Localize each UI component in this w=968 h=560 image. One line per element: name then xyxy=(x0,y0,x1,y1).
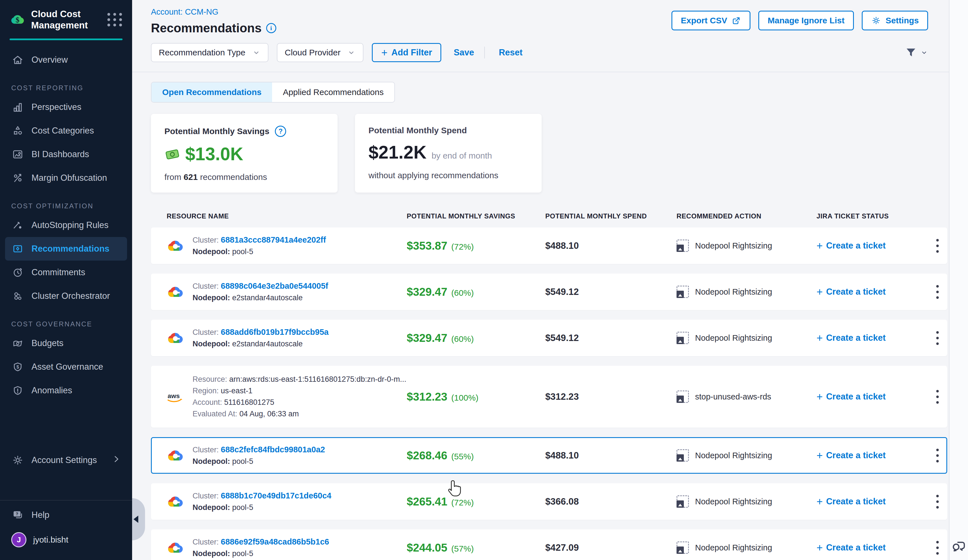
savings-amount: $13.0K xyxy=(185,144,243,164)
external-link-icon xyxy=(732,16,741,25)
sidebar-collapse-handle[interactable] xyxy=(132,498,145,540)
sidebar-item-budgets[interactable]: Budgets xyxy=(5,331,127,355)
savings-percent: (60%) xyxy=(451,288,474,298)
savings-percent: (60%) xyxy=(451,334,474,344)
create-ticket-link[interactable]: +Create a ticket xyxy=(817,333,928,343)
settings-button[interactable]: Settings xyxy=(862,11,928,30)
gcp-logo-icon xyxy=(167,283,184,300)
sidebar-item-recommendations[interactable]: Recommendations xyxy=(5,237,127,260)
funnel-icon xyxy=(905,46,917,59)
row-menu-kebab-icon[interactable] xyxy=(928,331,947,345)
table-row-selected[interactable]: Cluster: 688c2fefc84fbdc99801a0a2 Nodepo… xyxy=(151,437,947,474)
sidebar-item-account-settings[interactable]: Account Settings xyxy=(5,448,127,472)
recommended-action: Nodepool Rightsizing xyxy=(695,333,772,343)
export-csv-button[interactable]: Export CSV xyxy=(671,11,751,30)
sidebar-item-anomalies[interactable]: Anomalies xyxy=(5,379,127,402)
money-note-icon xyxy=(164,146,180,162)
table-row[interactable]: Cluster: 688add6fb019b17f9bccb95a Nodepo… xyxy=(151,320,947,356)
sidebar-header: Cloud Cost Management xyxy=(0,0,132,38)
autostopping-icon xyxy=(11,219,24,232)
recommendations-tabs: Open Recommendations Applied Recommendat… xyxy=(151,82,395,103)
sidebar-item-cluster-orchestrator[interactable]: Cluster Orchestrator xyxy=(5,284,127,308)
gcp-logo-icon xyxy=(167,237,184,254)
app-switcher-grid-icon[interactable] xyxy=(108,13,123,27)
create-ticket-link[interactable]: +Create a ticket xyxy=(817,451,928,461)
create-ticket-link[interactable]: +Create a ticket xyxy=(817,287,928,297)
nodepool-icon xyxy=(676,495,689,508)
add-filter-button[interactable]: + Add Filter xyxy=(372,43,441,62)
savings-value: $312.23 xyxy=(407,391,448,403)
cluster-link[interactable]: 68898c064e3e2ba0e544005f xyxy=(221,282,328,290)
sidebar-item-asset-governance[interactable]: Asset Governance xyxy=(5,355,127,379)
tab-open-recommendations[interactable]: Open Recommendations xyxy=(151,82,272,102)
savings-value: $244.05 xyxy=(407,542,448,554)
savings-value: $353.87 xyxy=(407,240,448,252)
cluster-link[interactable]: 688c2fefc84fbdc99801a0a2 xyxy=(221,445,325,454)
col-recommended-action: RECOMMENDED ACTION xyxy=(676,212,817,220)
table-row[interactable]: Cluster: 6888b1c70e49db17c1de60c4 Nodepo… xyxy=(151,483,947,520)
create-ticket-link[interactable]: +Create a ticket xyxy=(817,241,928,251)
username: jyoti.bisht xyxy=(33,535,68,545)
user-menu[interactable]: J jyoti.bisht xyxy=(5,527,127,553)
gcp-logo-icon xyxy=(167,493,184,510)
row-menu-kebab-icon[interactable] xyxy=(928,495,947,509)
table-row[interactable]: Cluster: 6886e92f59a48cad86b5b1c6 Nodepo… xyxy=(151,529,947,560)
collapse-arrow-icon xyxy=(134,515,138,523)
chevron-down-icon xyxy=(347,48,356,57)
resource-center-chat-icon[interactable] xyxy=(951,538,966,554)
savings-percent: (72%) xyxy=(451,242,474,252)
spend-card-title: Potential Monthly Spend xyxy=(368,126,467,135)
filter-bar: Recommendation Type Cloud Provider + Add… xyxy=(132,43,949,72)
cluster-link[interactable]: 6888b1c70e49db17c1de60c4 xyxy=(221,491,332,500)
cloud-provider-dropdown[interactable]: Cloud Provider xyxy=(277,43,363,62)
tab-applied-recommendations[interactable]: Applied Recommendations xyxy=(272,82,394,102)
shapes-icon xyxy=(11,124,24,137)
sidebar-item-perspectives[interactable]: Perspectives xyxy=(5,95,127,119)
sidebar-item-autostopping-rules[interactable]: AutoStopping Rules xyxy=(5,214,127,237)
page-header: Account: CCM-NG Recommendations i Export… xyxy=(132,0,949,35)
savings-percent: (55%) xyxy=(451,452,474,461)
row-menu-kebab-icon[interactable] xyxy=(928,285,947,299)
aws-logo-icon xyxy=(167,390,184,403)
table-row[interactable]: Cluster: 68898c064e3e2ba0e544005f Nodepo… xyxy=(151,273,947,310)
save-filter-link[interactable]: Save xyxy=(454,48,474,58)
potential-monthly-savings-card: Potential Monthly Savings ? $13.0K from … xyxy=(151,114,338,192)
spend-note: without applying recommendations xyxy=(368,171,528,180)
question-icon[interactable]: ? xyxy=(275,126,286,137)
clock-refresh-icon xyxy=(11,266,24,279)
filter-drawer-toggle[interactable] xyxy=(905,46,928,59)
row-menu-kebab-icon[interactable] xyxy=(928,541,947,555)
gear-icon xyxy=(11,454,24,467)
reset-filter-link[interactable]: Reset xyxy=(499,48,522,58)
info-icon[interactable]: i xyxy=(266,23,276,33)
cluster-link[interactable]: 688add6fb019b17f9bccb95a xyxy=(221,328,329,336)
create-ticket-link[interactable]: +Create a ticket xyxy=(817,497,928,507)
sidebar-item-commitments[interactable]: Commitments xyxy=(5,260,127,284)
col-potential-monthly-spend: POTENTIAL MONTHLY SPEND xyxy=(545,212,676,220)
content-area: Open Recommendations Applied Recommendat… xyxy=(132,72,949,560)
recommendation-type-dropdown[interactable]: Recommendation Type xyxy=(151,43,269,62)
create-ticket-link[interactable]: +Create a ticket xyxy=(817,543,928,553)
sidebar-item-overview[interactable]: Overview xyxy=(5,48,127,72)
spend-value: $488.10 xyxy=(545,450,676,461)
row-menu-kebab-icon[interactable] xyxy=(928,449,947,462)
money-icon xyxy=(11,337,24,350)
sidebar-item-cost-categories[interactable]: Cost Categories xyxy=(5,119,127,142)
right-gutter xyxy=(949,0,968,560)
sidebar-item-bi-dashboards[interactable]: BI Dashboards xyxy=(5,142,127,166)
table-row[interactable]: Resource: arn:aws:rds:us-east-1:51161680… xyxy=(151,366,947,427)
sidebar-item-margin-obfuscation[interactable]: Margin Obfuscation xyxy=(5,166,127,190)
breadcrumb-account[interactable]: Account: CCM-NG xyxy=(151,7,276,17)
cluster-link[interactable]: 6881a3ccc887941a4ee202ff xyxy=(221,235,326,244)
create-ticket-link[interactable]: +Create a ticket xyxy=(817,392,928,402)
table-row[interactable]: Cluster: 6881a3ccc887941a4ee202ff Nodepo… xyxy=(151,227,947,264)
sidebar-item-help[interactable]: Help xyxy=(5,503,127,527)
page-title: Recommendations xyxy=(151,21,262,35)
manage-ignore-list-button[interactable]: Manage Ignore List xyxy=(758,11,854,30)
avatar: J xyxy=(11,532,27,547)
row-menu-kebab-icon[interactable] xyxy=(928,239,947,253)
sidebar-bottom: Account Settings Help J jyoti.bisht xyxy=(0,448,132,560)
savings-value: $268.46 xyxy=(407,449,448,462)
cluster-link[interactable]: 6886e92f59a48cad86b5b1c6 xyxy=(221,537,329,546)
row-menu-kebab-icon[interactable] xyxy=(928,390,947,404)
